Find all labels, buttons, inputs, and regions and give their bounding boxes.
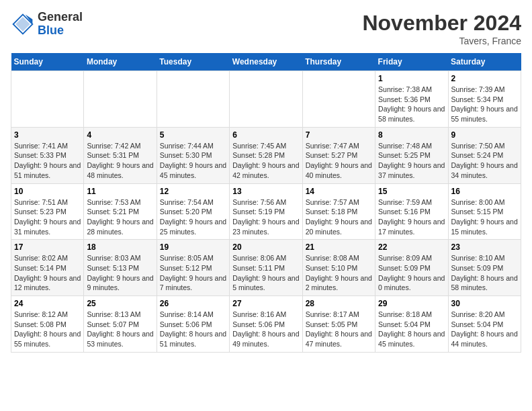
day-cell: 23Sunrise: 8:10 AM Sunset: 5:09 PM Dayli… xyxy=(448,240,521,296)
day-info: Sunrise: 8:08 AM Sunset: 5:10 PM Dayligh… xyxy=(306,253,372,293)
day-number: 30 xyxy=(451,299,518,308)
day-info: Sunrise: 8:03 AM Sunset: 5:13 PM Dayligh… xyxy=(87,253,153,293)
day-info: Sunrise: 8:09 AM Sunset: 5:09 PM Dayligh… xyxy=(378,253,445,293)
day-number: 2 xyxy=(451,74,518,83)
day-cell: 5Sunrise: 7:44 AM Sunset: 5:30 PM Daylig… xyxy=(157,127,229,183)
day-cell: 1Sunrise: 7:38 AM Sunset: 5:36 PM Daylig… xyxy=(375,71,448,128)
day-info: Sunrise: 7:54 AM Sunset: 5:20 PM Dayligh… xyxy=(160,197,226,237)
day-cell: 18Sunrise: 8:03 AM Sunset: 5:13 PM Dayli… xyxy=(84,240,157,296)
week-row-1: 1Sunrise: 7:38 AM Sunset: 5:36 PM Daylig… xyxy=(11,71,521,128)
col-thursday: Thursday xyxy=(302,53,375,71)
day-cell: 4Sunrise: 7:42 AM Sunset: 5:31 PM Daylig… xyxy=(84,127,157,183)
col-sunday: Sunday xyxy=(11,53,84,71)
day-number: 3 xyxy=(14,130,81,140)
logo-general: General xyxy=(38,11,83,24)
week-row-3: 10Sunrise: 7:51 AM Sunset: 5:23 PM Dayli… xyxy=(11,183,521,240)
col-saturday: Saturday xyxy=(448,53,521,71)
day-number: 29 xyxy=(378,299,445,308)
day-info: Sunrise: 8:02 AM Sunset: 5:14 PM Dayligh… xyxy=(14,253,81,293)
logo-icon xyxy=(11,12,35,36)
day-cell: 26Sunrise: 8:14 AM Sunset: 5:06 PM Dayli… xyxy=(157,296,229,353)
day-cell: 19Sunrise: 8:05 AM Sunset: 5:12 PM Dayli… xyxy=(157,240,229,296)
day-info: Sunrise: 8:06 AM Sunset: 5:11 PM Dayligh… xyxy=(232,253,299,293)
day-cell xyxy=(11,71,84,128)
day-info: Sunrise: 8:13 AM Sunset: 5:07 PM Dayligh… xyxy=(87,310,153,349)
day-number: 5 xyxy=(160,130,226,140)
day-cell: 28Sunrise: 8:17 AM Sunset: 5:05 PM Dayli… xyxy=(302,296,375,353)
month-title: November 2024 xyxy=(362,11,521,36)
day-number: 16 xyxy=(451,187,518,196)
calendar-body: 1Sunrise: 7:38 AM Sunset: 5:36 PM Daylig… xyxy=(11,71,521,353)
day-number: 11 xyxy=(87,187,153,196)
day-info: Sunrise: 8:05 AM Sunset: 5:12 PM Dayligh… xyxy=(160,253,226,293)
day-number: 17 xyxy=(14,242,81,252)
day-number: 27 xyxy=(232,299,299,308)
day-info: Sunrise: 7:47 AM Sunset: 5:27 PM Dayligh… xyxy=(306,141,372,181)
day-info: Sunrise: 8:12 AM Sunset: 5:08 PM Dayligh… xyxy=(14,310,81,349)
day-number: 13 xyxy=(232,187,299,196)
day-cell xyxy=(157,71,229,128)
col-wednesday: Wednesday xyxy=(230,53,302,71)
col-monday: Monday xyxy=(84,53,157,71)
day-cell: 7Sunrise: 7:47 AM Sunset: 5:27 PM Daylig… xyxy=(302,127,375,183)
day-number: 9 xyxy=(451,130,518,140)
day-number: 8 xyxy=(378,130,445,140)
day-info: Sunrise: 7:59 AM Sunset: 5:16 PM Dayligh… xyxy=(378,197,445,237)
day-info: Sunrise: 8:18 AM Sunset: 5:04 PM Dayligh… xyxy=(378,310,445,349)
col-friday: Friday xyxy=(375,53,448,71)
day-number: 20 xyxy=(232,242,299,252)
day-cell: 16Sunrise: 8:00 AM Sunset: 5:15 PM Dayli… xyxy=(448,183,521,240)
day-info: Sunrise: 7:50 AM Sunset: 5:24 PM Dayligh… xyxy=(451,141,518,181)
day-info: Sunrise: 7:45 AM Sunset: 5:28 PM Dayligh… xyxy=(232,141,299,181)
day-info: Sunrise: 7:44 AM Sunset: 5:30 PM Dayligh… xyxy=(160,141,226,181)
day-number: 24 xyxy=(14,299,81,308)
day-number: 12 xyxy=(160,187,226,196)
logo-text: General Blue xyxy=(38,11,83,38)
day-cell: 24Sunrise: 8:12 AM Sunset: 5:08 PM Dayli… xyxy=(11,296,84,353)
day-cell: 14Sunrise: 7:57 AM Sunset: 5:18 PM Dayli… xyxy=(302,183,375,240)
day-number: 19 xyxy=(160,242,226,252)
location: Tavers, France xyxy=(362,36,521,46)
day-cell: 30Sunrise: 8:20 AM Sunset: 5:04 PM Dayli… xyxy=(448,296,521,353)
day-cell: 25Sunrise: 8:13 AM Sunset: 5:07 PM Dayli… xyxy=(84,296,157,353)
day-cell: 8Sunrise: 7:48 AM Sunset: 5:25 PM Daylig… xyxy=(375,127,448,183)
day-info: Sunrise: 7:42 AM Sunset: 5:31 PM Dayligh… xyxy=(87,141,153,181)
day-info: Sunrise: 7:53 AM Sunset: 5:21 PM Dayligh… xyxy=(87,197,153,237)
day-cell xyxy=(230,71,302,128)
day-cell: 15Sunrise: 7:59 AM Sunset: 5:16 PM Dayli… xyxy=(375,183,448,240)
day-info: Sunrise: 8:00 AM Sunset: 5:15 PM Dayligh… xyxy=(451,197,518,237)
day-info: Sunrise: 7:48 AM Sunset: 5:25 PM Dayligh… xyxy=(378,141,445,181)
logo: General Blue xyxy=(11,11,83,38)
day-number: 26 xyxy=(160,299,226,308)
day-number: 14 xyxy=(306,187,372,196)
day-info: Sunrise: 8:17 AM Sunset: 5:05 PM Dayligh… xyxy=(306,310,372,349)
day-number: 22 xyxy=(378,242,445,252)
day-cell: 11Sunrise: 7:53 AM Sunset: 5:21 PM Dayli… xyxy=(84,183,157,240)
day-cell: 29Sunrise: 8:18 AM Sunset: 5:04 PM Dayli… xyxy=(375,296,448,353)
day-info: Sunrise: 8:14 AM Sunset: 5:06 PM Dayligh… xyxy=(160,310,226,349)
day-info: Sunrise: 7:41 AM Sunset: 5:33 PM Dayligh… xyxy=(14,141,81,181)
day-number: 6 xyxy=(232,130,299,140)
day-cell: 20Sunrise: 8:06 AM Sunset: 5:11 PM Dayli… xyxy=(230,240,302,296)
day-info: Sunrise: 7:39 AM Sunset: 5:34 PM Dayligh… xyxy=(451,85,518,124)
day-number: 28 xyxy=(306,299,372,308)
day-info: Sunrise: 7:56 AM Sunset: 5:19 PM Dayligh… xyxy=(232,197,299,237)
day-number: 7 xyxy=(306,130,372,140)
col-tuesday: Tuesday xyxy=(157,53,229,71)
week-row-2: 3Sunrise: 7:41 AM Sunset: 5:33 PM Daylig… xyxy=(11,127,521,183)
header-row: Sunday Monday Tuesday Wednesday Thursday… xyxy=(11,53,521,71)
day-info: Sunrise: 8:10 AM Sunset: 5:09 PM Dayligh… xyxy=(451,253,518,293)
logo-blue: Blue xyxy=(38,24,83,38)
day-cell: 13Sunrise: 7:56 AM Sunset: 5:19 PM Dayli… xyxy=(230,183,302,240)
day-info: Sunrise: 7:57 AM Sunset: 5:18 PM Dayligh… xyxy=(306,197,372,237)
day-cell: 27Sunrise: 8:16 AM Sunset: 5:06 PM Dayli… xyxy=(230,296,302,353)
day-info: Sunrise: 7:51 AM Sunset: 5:23 PM Dayligh… xyxy=(14,197,81,237)
day-cell: 9Sunrise: 7:50 AM Sunset: 5:24 PM Daylig… xyxy=(448,127,521,183)
day-number: 1 xyxy=(378,74,445,83)
day-cell: 12Sunrise: 7:54 AM Sunset: 5:20 PM Dayli… xyxy=(157,183,229,240)
day-cell: 2Sunrise: 7:39 AM Sunset: 5:34 PM Daylig… xyxy=(448,71,521,128)
day-cell xyxy=(302,71,375,128)
calendar-header: Sunday Monday Tuesday Wednesday Thursday… xyxy=(11,53,521,71)
day-cell: 3Sunrise: 7:41 AM Sunset: 5:33 PM Daylig… xyxy=(11,127,84,183)
week-row-4: 17Sunrise: 8:02 AM Sunset: 5:14 PM Dayli… xyxy=(11,240,521,296)
